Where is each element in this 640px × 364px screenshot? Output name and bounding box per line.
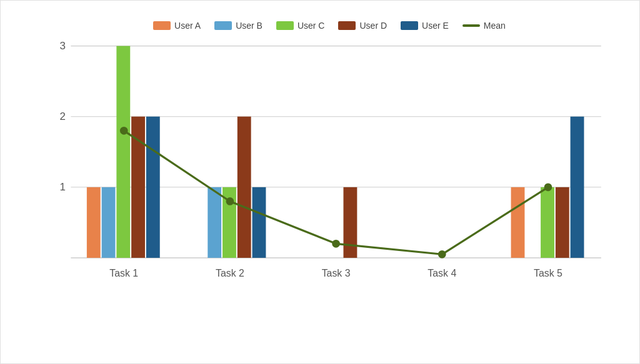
svg-text:1: 1 [59,181,65,193]
svg-line-11 [442,187,548,254]
legend-swatch [214,21,232,30]
legend-label: Mean [484,21,506,31]
x-axis-label: Task 5 [534,268,562,278]
legend-item-user-c: User C [276,21,325,31]
mean-dot-task3 [439,251,446,258]
x-axis-label: Task 4 [428,268,456,278]
bar-userD-task1 [238,117,251,258]
legend-item-user-a: User A [153,21,201,31]
legend-label: User A [174,21,201,31]
legend-item-user-d: User D [338,21,387,31]
bar-userA-task4 [511,187,525,258]
chart-area: 123Task 1Task 2Task 3Task 4Task 5 [44,39,614,293]
bar-userC-task4 [541,187,554,258]
bar-userA-task0 [87,187,101,258]
x-axis-label: Task 1 [109,268,138,278]
legend-label: User C [298,21,325,31]
svg-text:3: 3 [59,40,65,52]
bar-userB-task1 [208,187,221,258]
mean-dot-task1 [227,198,234,205]
bar-userC-task0 [116,46,130,258]
bar-userD-task4 [556,187,569,258]
legend-swatch [153,21,171,30]
bar-userE-task0 [146,117,160,258]
chart-legend: User AUser BUser CUser DUser EMean [44,21,614,31]
mean-dot-task0 [121,127,128,134]
bar-userE-task1 [252,187,266,258]
legend-item-user-e: User E [401,21,449,31]
bar-userE-task4 [571,117,584,258]
legend-label: User D [359,21,387,31]
mean-dot-task2 [332,240,339,247]
svg-text:2: 2 [59,111,65,122]
legend-label: User E [422,21,449,31]
legend-item-user-b: User B [214,21,262,31]
bar-userB-task0 [102,187,116,258]
legend-swatch [338,21,356,30]
legend-swatch [276,21,294,30]
mean-dot-task4 [545,184,552,191]
legend-swatch [462,24,480,27]
legend-label: User B [236,21,262,31]
legend-swatch [401,21,418,30]
legend-item-mean: Mean [462,21,506,31]
bar-userD-task2 [343,187,357,258]
x-axis-label: Task 3 [322,268,351,278]
x-axis-label: Task 2 [216,268,244,278]
chart-container: User AUser BUser CUser DUser EMean 123Ta… [0,0,640,364]
